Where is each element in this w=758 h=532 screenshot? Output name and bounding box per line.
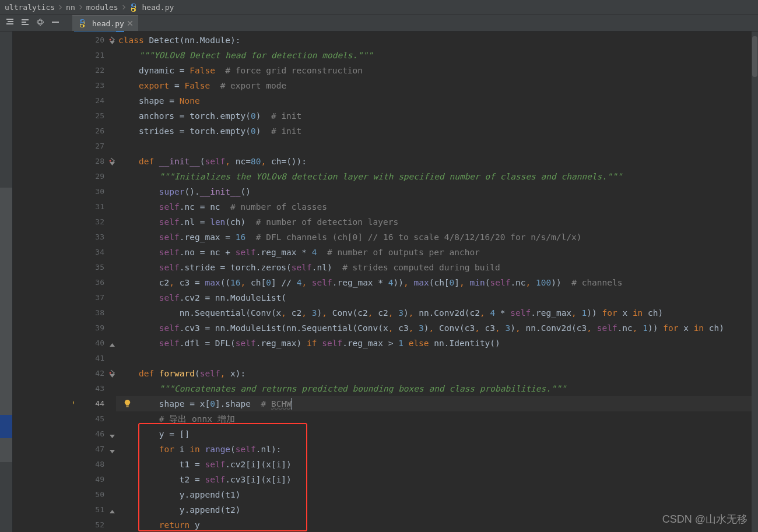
code-line[interactable]: """Concatenates and returns predicted bo… xyxy=(116,381,758,396)
breadcrumb-item[interactable]: modules xyxy=(86,3,118,12)
line-number[interactable]: 30 xyxy=(73,184,116,199)
line-number[interactable]: 45 xyxy=(73,411,116,427)
breadcrumb-item[interactable]: nn xyxy=(66,3,75,12)
code-line[interactable]: t2 = self.cv3[i](x[i]) xyxy=(116,472,758,487)
line-number-gutter[interactable]: 2021222324252627282930313233343536373839… xyxy=(73,31,116,532)
line-number[interactable]: 33 xyxy=(73,230,116,245)
line-number[interactable]: 39 xyxy=(73,320,116,336)
svg-rect-11 xyxy=(126,406,128,407)
tool-window-bar[interactable] xyxy=(0,31,13,532)
code-line[interactable]: y = [] xyxy=(116,427,758,442)
tab-head-py[interactable]: head.py xyxy=(72,15,138,31)
code-line[interactable]: anchors = torch.empty(0) # init xyxy=(116,108,758,124)
chevron-right-icon xyxy=(118,3,129,12)
python-file-icon xyxy=(129,3,138,12)
code-line[interactable]: nn.Sequential(Conv(x, c2, 3), Conv(c2, c… xyxy=(116,305,758,320)
gutter-spacer xyxy=(13,31,73,532)
fold-toggle-icon[interactable] xyxy=(110,507,115,516)
editor-main: 2021222324252627282930313233343536373839… xyxy=(0,31,758,532)
line-number[interactable]: 37 xyxy=(73,290,116,305)
code-line[interactable]: # 导出 onnx 增加 xyxy=(116,411,758,427)
editor-tabs: head.py xyxy=(72,15,138,31)
code-line[interactable]: self.nl = len(ch) # number of detection … xyxy=(116,214,758,230)
chevron-right-icon xyxy=(55,3,66,12)
code-line[interactable]: """Initializes the YOLOv8 detection laye… xyxy=(116,169,758,184)
line-number[interactable]: 21 xyxy=(73,48,116,63)
line-number[interactable]: 48 xyxy=(73,457,116,472)
breadcrumb-bar: ultralytics nn modules head.py xyxy=(0,0,758,15)
close-icon[interactable] xyxy=(128,21,132,26)
fold-toggle-icon[interactable] xyxy=(110,158,115,168)
line-number[interactable]: 26 xyxy=(73,124,116,139)
code-line[interactable]: strides = torch.empty(0) # init xyxy=(116,124,758,139)
watermark: CSDN @山水无移 xyxy=(662,512,748,526)
scrollbar-thumb[interactable] xyxy=(752,36,757,77)
breadcrumb-item[interactable]: head.py xyxy=(129,3,174,12)
line-number[interactable]: 27 xyxy=(73,139,116,154)
fold-toggle-icon[interactable] xyxy=(110,340,115,350)
fold-toggle-icon[interactable] xyxy=(110,431,115,441)
code-line[interactable]: export = False # export mode xyxy=(116,78,758,93)
code-editor[interactable]: 2021222324252627282930313233343536373839… xyxy=(73,31,758,532)
editor-toolbar: head.py xyxy=(0,15,758,31)
code-line[interactable]: c2, c3 = max((16, ch[0] // 4, self.reg_m… xyxy=(116,275,758,290)
line-number[interactable]: 32 xyxy=(73,214,116,230)
line-number[interactable]: 25 xyxy=(73,108,116,124)
line-number[interactable]: 38 xyxy=(73,305,116,320)
line-number[interactable]: 34 xyxy=(73,245,116,260)
line-number[interactable]: 31 xyxy=(73,199,116,214)
code-line[interactable]: shape = x[0].shape # BCHW xyxy=(116,396,758,411)
code-line[interactable]: self.no = nc + self.reg_max * 4 # number… xyxy=(116,245,758,260)
line-number[interactable]: 22 xyxy=(73,63,116,78)
fold-toggle-icon[interactable] xyxy=(110,446,115,456)
line-number[interactable]: 41 xyxy=(73,351,116,366)
intention-bulb-icon[interactable] xyxy=(73,400,75,408)
code-line[interactable] xyxy=(116,139,758,154)
expand-all-icon[interactable] xyxy=(6,18,14,28)
line-number[interactable]: 52 xyxy=(73,517,116,532)
minimize-icon[interactable] xyxy=(51,18,59,28)
code-line[interactable]: class Detect(nn.Module): xyxy=(116,33,758,48)
line-number[interactable]: 36 xyxy=(73,275,116,290)
code-line[interactable]: self.cv2 = nn.ModuleList( xyxy=(116,290,758,305)
code-line[interactable]: shape = None xyxy=(116,93,758,108)
svg-rect-2 xyxy=(6,23,13,24)
code-line[interactable]: self.dfl = DFL(self.reg_max) if self.reg… xyxy=(116,336,758,351)
code-line[interactable]: self.cv3 = nn.ModuleList(nn.Sequential(C… xyxy=(116,320,758,336)
collapse-all-icon[interactable] xyxy=(21,18,29,28)
code-line[interactable]: self.nc = nc # number of classes xyxy=(116,199,758,214)
code-line[interactable]: self.stride = torch.zeros(self.nl) # str… xyxy=(116,260,758,275)
code-line[interactable]: def forward(self, x): xyxy=(116,366,758,381)
code-line[interactable]: super().__init__() xyxy=(116,184,758,199)
code-line[interactable]: self.reg_max = 16 # DFL channels (ch[0] … xyxy=(116,230,758,245)
code-line[interactable]: def __init__(self, nc=80, ch=()): xyxy=(116,154,758,169)
line-number[interactable]: 29 xyxy=(73,169,116,184)
intention-bulb-icon[interactable] xyxy=(123,399,132,408)
line-number[interactable]: 43 xyxy=(73,381,116,396)
line-number[interactable]: 50 xyxy=(73,487,116,502)
fold-toggle-icon[interactable] xyxy=(110,37,115,47)
tab-label: head.py xyxy=(92,19,124,28)
code-line[interactable]: dynamic = False # force grid reconstruct… xyxy=(116,63,758,78)
code-area[interactable]: class Detect(nn.Module): """YOLOv8 Detec… xyxy=(116,31,758,532)
vertical-scrollbar[interactable] xyxy=(752,31,758,532)
gear-icon[interactable] xyxy=(36,18,44,28)
svg-rect-0 xyxy=(6,19,13,20)
line-number[interactable]: 44 xyxy=(73,396,116,411)
code-line[interactable] xyxy=(116,351,758,366)
code-line[interactable]: t1 = self.cv2[i](x[i]) xyxy=(116,457,758,472)
svg-rect-3 xyxy=(22,19,29,20)
code-line[interactable]: for i in range(self.nl): xyxy=(116,442,758,457)
svg-rect-4 xyxy=(22,22,26,23)
fold-toggle-icon[interactable] xyxy=(110,371,115,380)
selection-marker xyxy=(0,415,12,438)
code-line[interactable]: y.append(t1) xyxy=(116,487,758,502)
svg-rect-1 xyxy=(8,21,13,22)
line-number[interactable]: 24 xyxy=(73,93,116,108)
breadcrumb-item[interactable]: ultralytics xyxy=(5,3,55,12)
line-number[interactable]: 23 xyxy=(73,78,116,93)
code-line[interactable]: """YOLOv8 Detect head for detection mode… xyxy=(116,48,758,63)
line-number[interactable]: 49 xyxy=(73,472,116,487)
python-file-icon xyxy=(78,19,86,27)
line-number[interactable]: 35 xyxy=(73,260,116,275)
